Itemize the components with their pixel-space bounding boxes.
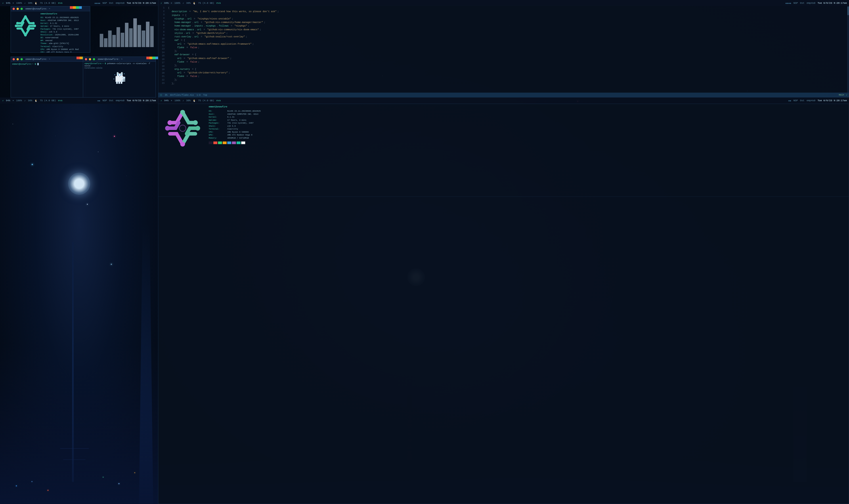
user-m2: eva bbox=[58, 99, 62, 102]
battery-val: 94% bbox=[6, 2, 11, 4]
terminal2-prompt: emmet@snowfire:~ bbox=[12, 63, 33, 66]
time-display: Tue 6/6/23 9:28:17am bbox=[127, 2, 156, 4]
accent-bar-pokemon bbox=[146, 57, 158, 59]
svg-rect-23 bbox=[124, 73, 125, 74]
statusbar-top-right: ⚡ 94% ☀ 100% ♪ 30% 🐧 7S (4.0 GB) eva ◆◆◆… bbox=[158, 0, 849, 6]
nsp-label-r: NSP bbox=[794, 2, 798, 4]
statusbar-monitor2: ⚡ 94% ☀ 100% ♪ 30% 🐧 7S (4.0 GB) eva ◆◆ … bbox=[0, 97, 158, 104]
min-dot2[interactable] bbox=[17, 58, 19, 60]
bar bbox=[146, 22, 149, 47]
svg-rect-19 bbox=[116, 81, 118, 84]
brightness-m2: ☀ bbox=[12, 99, 14, 102]
max-dot2[interactable] bbox=[21, 58, 23, 60]
bottom-terminal-area[interactable] bbox=[158, 197, 849, 200]
branch-label: main bbox=[839, 94, 844, 96]
terminal2-window: emmet@snowfire: ~ emmet@snowfire:~ $ █ bbox=[11, 57, 86, 97]
system-info-panel: emmet@snowfire OS:NixOS 23.11.20230603.d… bbox=[207, 104, 849, 197]
bar bbox=[129, 28, 133, 47]
emp-label: emp4s0 bbox=[115, 2, 125, 4]
svg-rect-20 bbox=[119, 81, 120, 84]
pokemon-title: emmet@snowfire: ~ bbox=[98, 58, 123, 60]
svg-point-2 bbox=[24, 34, 27, 36]
editor-body: 12345 678910 1112131415 1617181920 21222… bbox=[158, 5, 849, 93]
ost-m2r: Ost bbox=[800, 99, 805, 102]
cpu-icon-r: 🐧 bbox=[193, 2, 196, 5]
ram-val-r: 7S (4.0 GB) bbox=[198, 2, 214, 4]
vol-m2: ♪ bbox=[24, 99, 26, 102]
svg-rect-24 bbox=[114, 79, 114, 79]
nix-indicator: ⬡ bbox=[160, 94, 162, 96]
vol-icon-r: ♪ bbox=[182, 2, 184, 4]
bottom-left-wallpaper bbox=[0, 104, 158, 504]
bar-chart-widget bbox=[82, 6, 157, 50]
min-dot3[interactable] bbox=[89, 58, 91, 60]
svg-rect-22 bbox=[114, 74, 115, 75]
battery-val-m2r: 94% bbox=[164, 99, 169, 102]
vol-val-m2: 30% bbox=[28, 99, 32, 102]
min-dot[interactable] bbox=[17, 8, 19, 10]
neofetch-title: emmet@snowfire: ~ bbox=[25, 7, 50, 10]
max-dot3[interactable] bbox=[93, 58, 95, 60]
line-numbers: 12345 678910 1112131415 1617181920 21222… bbox=[158, 5, 166, 93]
bar bbox=[104, 38, 107, 47]
brightness-icon-r: ☀ bbox=[171, 2, 172, 5]
close-dot[interactable] bbox=[13, 8, 15, 10]
bar bbox=[112, 35, 116, 47]
svg-rect-10 bbox=[117, 72, 118, 74]
time-m2r: Tue 6/6/23 9:28:17am bbox=[818, 99, 847, 102]
vol-val-m2r: 30% bbox=[186, 99, 191, 102]
bar bbox=[100, 34, 103, 47]
max-dot[interactable] bbox=[21, 8, 23, 10]
brightness-val: 100% bbox=[16, 2, 22, 4]
close-dot2[interactable] bbox=[13, 58, 15, 60]
svg-rect-21 bbox=[121, 81, 122, 84]
ost-label-r: Ost bbox=[800, 2, 805, 4]
svg-rect-14 bbox=[120, 76, 120, 77]
battery-icon-r: ⚡ bbox=[161, 2, 162, 5]
svg-rect-11 bbox=[121, 72, 122, 74]
terminal2-cursor: █ bbox=[37, 63, 39, 66]
accent-bar-topleft bbox=[70, 6, 82, 9]
nsp-label: NSP bbox=[103, 2, 107, 4]
svg-point-30 bbox=[180, 110, 185, 115]
neofetch-window: emmet@snowfire: ~ bbox=[11, 6, 90, 53]
terminal2-content: emmet@snowfire:~ $ █ bbox=[11, 62, 86, 67]
svg-rect-12 bbox=[118, 74, 119, 75]
file-mode: Top bbox=[203, 94, 207, 96]
file-percent: 3% bbox=[165, 94, 167, 96]
emp-m2r: emp4s0 bbox=[807, 99, 815, 102]
nix-logo-large bbox=[158, 104, 207, 152]
file-path: dotfiles/flake.nix bbox=[170, 94, 194, 96]
editor-scrollbar[interactable] bbox=[847, 5, 849, 93]
pokemon-terminal-window: emmet@snowfire: ~ emmet@snowfire:~ $ pok… bbox=[83, 57, 156, 97]
vol-val-r: 30% bbox=[186, 2, 191, 4]
pokemon-sprite bbox=[109, 70, 129, 87]
close-dot3[interactable] bbox=[85, 58, 87, 60]
svg-point-25 bbox=[167, 120, 173, 125]
code-content[interactable]: { description = "No, I don't understand … bbox=[166, 5, 847, 93]
brightness-val-r: 100% bbox=[175, 2, 180, 4]
svg-point-3 bbox=[15, 24, 17, 27]
svg-rect-13 bbox=[120, 74, 121, 75]
workspace-dots-r: ◆◆◆◆ bbox=[785, 2, 791, 5]
svg-point-26 bbox=[193, 120, 198, 125]
statusbar-top-left: ⚡ 94% ☀ 100% ♪ 30% 🐧 7S (4.0 GB) eva ◆◆◆… bbox=[0, 0, 158, 6]
nsp-m2r: NSP bbox=[794, 99, 798, 102]
cpu-m2: 🐧 bbox=[35, 99, 38, 102]
neofetch-info: emmet@snowfire OS: NixOS 23.11.20230603.… bbox=[40, 13, 79, 53]
nsp-m2: NSP bbox=[103, 99, 107, 102]
brightness-icon: ☀ bbox=[12, 2, 14, 5]
check-icon: ✓ bbox=[846, 94, 847, 96]
battery-icon: ⚡ bbox=[2, 2, 4, 5]
neofetch-content: emmet@snowfire OS: NixOS 23.11.20230603.… bbox=[11, 11, 90, 53]
vol-icon: ♪ bbox=[24, 2, 26, 4]
svg-point-29 bbox=[196, 126, 200, 131]
time-display-r: Tue 6/6/23 9:28:17am bbox=[818, 2, 847, 4]
svg-rect-15 bbox=[122, 77, 125, 78]
bottom-right-panel: emmet@snowfire OS:NixOS 23.11.20230603.d… bbox=[158, 104, 849, 504]
svg-point-4 bbox=[33, 24, 36, 27]
file-position: 1:8 bbox=[197, 94, 200, 96]
workspace-m2r: ◆◆ bbox=[788, 99, 791, 102]
svg-point-28 bbox=[165, 126, 170, 131]
editor-statusbar: ⬡ 3% dotfiles/flake.nix 1:8 Top main ✓ bbox=[158, 93, 849, 97]
